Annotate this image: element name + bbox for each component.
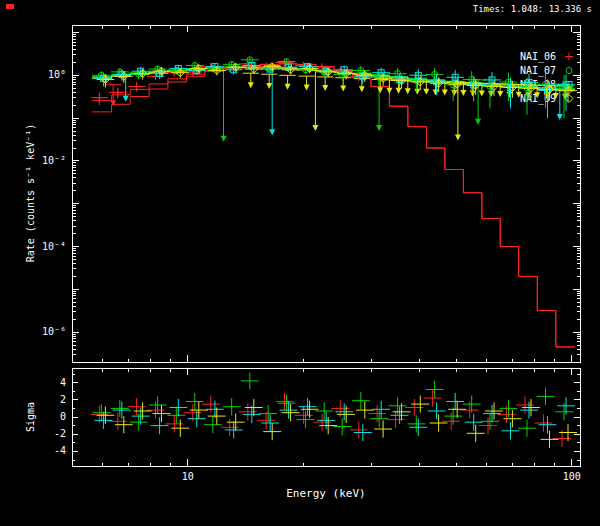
y-tick-label: 10⁰ bbox=[48, 69, 66, 80]
legend-item-NAI_07: NAI_07 bbox=[520, 65, 556, 77]
y-tick-label: 10⁻⁶ bbox=[42, 326, 66, 337]
spectrum-plot-svg: 10⁰10⁻²10⁻⁴10⁻⁶420-2-410100Energy (keV)R… bbox=[0, 0, 600, 526]
sigma-axis-label: Sigma bbox=[25, 402, 36, 432]
x-tick-label: 10 bbox=[182, 471, 194, 482]
x-axis-label: Energy (keV) bbox=[286, 487, 365, 500]
sigma-tick-label: 2 bbox=[60, 394, 66, 405]
xspec-plot-window: Times: 1.048: 13.336 s 10⁰10⁻²10⁻⁴10⁻⁶42… bbox=[0, 0, 600, 526]
times-label: Times: 1.048: 13.336 s bbox=[473, 4, 592, 14]
x-tick-label: 100 bbox=[563, 471, 581, 482]
y-tick-label: 10⁻⁴ bbox=[42, 241, 66, 252]
sigma-tick-label: 4 bbox=[60, 377, 66, 388]
sigma-tick-label: 0 bbox=[60, 411, 66, 422]
sigma-tick-label: -2 bbox=[54, 428, 66, 439]
sigma-tick-label: -4 bbox=[54, 445, 66, 456]
spectrum-plot: 10⁰10⁻²10⁻⁴10⁻⁶420-2-410100Energy (keV)R… bbox=[0, 0, 600, 526]
y-axis-label: Rate (counts s⁻¹ keV⁻¹) bbox=[25, 124, 36, 262]
y-tick-label: 10⁻² bbox=[42, 155, 66, 166]
cursor-mark bbox=[6, 4, 14, 9]
legend-item-NAI_06: NAI_06 bbox=[520, 51, 556, 63]
